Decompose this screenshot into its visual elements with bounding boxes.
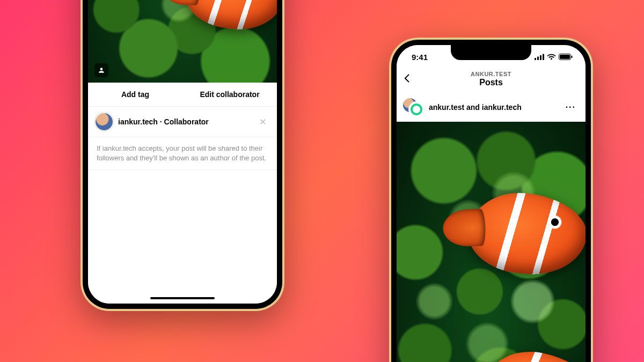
status-time: 9:41 [412,53,428,62]
phone-notch [451,45,531,60]
phone-left-inner: iankur.tech Add tag Edit collaborator ia… [83,0,282,309]
back-button[interactable] [402,73,423,86]
svg-rect-5 [560,55,570,59]
collaborator-label: iankur.tech · Collaborator [113,117,256,126]
phone-right: 9:41 ANKUR.TES [389,38,593,362]
svg-rect-6 [572,56,573,58]
collaborator-row: iankur.tech · Collaborator ✕ [88,107,277,137]
post-header: ankur.test and iankur.tech ··· [397,93,586,122]
blank-area [88,170,277,304]
collaborator-avatar[interactable] [96,113,113,130]
author-avatar-2 [409,102,423,116]
nav-header: ANKUR.TEST Posts [397,69,586,93]
tab-add-tag[interactable]: Add tag [88,83,182,106]
nav-title-block: ANKUR.TEST Posts [423,71,559,87]
screen-left: iankur.tech Add tag Edit collaborator ia… [88,0,277,304]
cellular-icon [535,54,544,60]
home-indicator[interactable] [150,297,215,299]
phone-left: iankur.tech Add tag Edit collaborator ia… [80,0,284,311]
post-more-button[interactable]: ··· [562,100,579,114]
collaborator-info-text: If iankur.tech accepts, your post will b… [88,137,277,170]
nav-page-title: Posts [423,78,559,87]
svg-rect-1 [537,57,539,61]
tag-tabs: Add tag Edit collaborator [88,83,277,107]
wifi-icon [547,54,556,60]
svg-rect-3 [543,54,544,61]
tagged-people-icon[interactable] [94,63,108,77]
post-image[interactable] [397,122,586,362]
tab-edit-collaborator[interactable]: Edit collaborator [182,83,277,106]
post-authors-line[interactable]: ankur.test and iankur.tech [423,103,562,112]
phone-right-inner: 9:41 ANKUR.TES [391,40,591,362]
remove-collaborator-button[interactable]: ✕ [256,115,269,129]
nav-username: ANKUR.TEST [423,71,559,78]
battery-icon [559,54,573,60]
post-image-preview[interactable] [88,0,277,83]
svg-rect-0 [535,58,536,60]
svg-rect-2 [540,55,541,60]
screen-right: 9:41 ANKUR.TES [397,45,586,362]
authors-avatar-stack[interactable] [403,98,423,116]
